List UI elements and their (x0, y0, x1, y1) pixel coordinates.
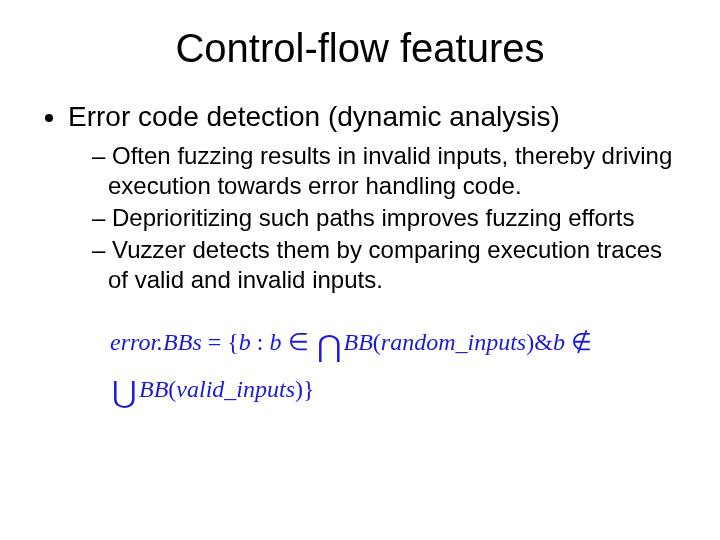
sub-bullet-2: Deprioritizing such paths improves fuzzi… (92, 203, 680, 233)
f-rbrace: } (303, 376, 315, 402)
f-eq: = (202, 329, 228, 355)
formula: error.BBs = {b : b ∈ ⋂BB(random_inputs)&… (110, 323, 680, 416)
bullet-list: Error code detection (dynamic analysis) … (40, 101, 680, 295)
bullet-item-1: Error code detection (dynamic analysis) … (68, 101, 680, 295)
f-lhs: error.BBs (110, 329, 202, 355)
f-rp2: ) (295, 376, 303, 402)
sub-bullet-list: Often fuzzing results in invalid inputs,… (68, 141, 680, 295)
f-b2: b (270, 329, 282, 355)
intersection-icon: ⋂ (315, 323, 344, 370)
bullet-1-text: Error code detection (dynamic analysis) (68, 101, 560, 132)
formula-block: error.BBs = {b : b ∈ ⋂BB(random_inputs)&… (40, 323, 680, 416)
f-rand: random_inputs (381, 329, 526, 355)
f-amp: & (534, 329, 553, 355)
sub-bullet-1: Often fuzzing results in invalid inputs,… (92, 141, 680, 201)
f-colon: : (251, 329, 270, 355)
f-lp1: ( (373, 329, 381, 355)
f-bb1: BB (344, 329, 373, 355)
f-in: ∈ (282, 329, 315, 355)
f-b: b (239, 329, 251, 355)
f-bb2: BB (139, 376, 168, 402)
slide-title: Control-flow features (40, 26, 680, 71)
f-lbrace: { (227, 329, 239, 355)
sub-bullet-3: Vuzzer detects them by comparing executi… (92, 235, 680, 295)
f-b3: b (553, 329, 565, 355)
f-notin: ∉ (565, 329, 592, 355)
union-icon: ⋃ (110, 370, 139, 417)
slide: Control-flow features Error code detecti… (0, 0, 720, 540)
f-valid: valid_inputs (176, 376, 295, 402)
